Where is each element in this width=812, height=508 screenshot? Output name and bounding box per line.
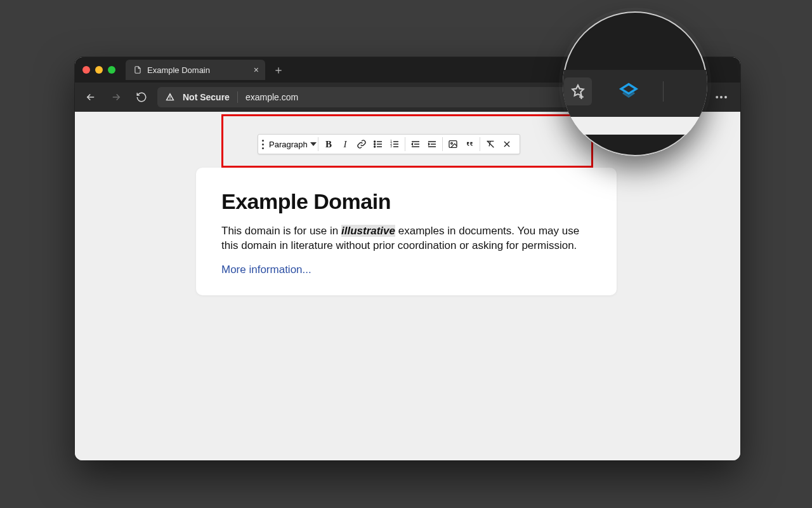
browser-tab[interactable]: Example Domain × [126, 60, 265, 80]
svg-point-8 [451, 142, 453, 144]
svg-point-2 [374, 144, 376, 145]
window-maximize-button[interactable] [108, 66, 115, 74]
outdent-button[interactable] [408, 137, 423, 152]
svg-point-1 [374, 141, 376, 142]
tab-close-button[interactable]: × [254, 65, 259, 75]
bullet-list-button[interactable] [370, 137, 386, 152]
reload-button[interactable] [132, 88, 151, 107]
favorite-star-icon[interactable] [564, 77, 592, 105]
highlighted-word: illustrative [341, 225, 395, 237]
forward-button[interactable] [107, 88, 126, 107]
bold-button[interactable]: B [321, 137, 336, 152]
tab-title: Example Domain [147, 65, 210, 75]
image-button[interactable] [445, 137, 461, 152]
paragraph-style-select[interactable]: Paragraph [266, 137, 318, 152]
page-heading: Example Domain [221, 189, 591, 214]
page-paragraph: This domain is for use in illustrative e… [221, 224, 591, 253]
new-tab-button[interactable]: ＋ [273, 62, 284, 77]
magnifier-callout [563, 11, 707, 156]
quote-button[interactable] [462, 137, 477, 152]
svg-text:3: 3 [390, 145, 392, 148]
numbered-list-button[interactable]: 123 [387, 137, 402, 152]
not-secure-icon [165, 92, 175, 102]
editor-toolbar: Paragraph B I 123 [258, 134, 520, 154]
clear-format-button[interactable] [483, 137, 498, 152]
toolbar-separator [663, 81, 664, 102]
window-controls [82, 66, 115, 74]
extension-icon[interactable] [617, 81, 640, 104]
page-viewport: Paragraph B I 123 [75, 112, 740, 460]
italic-button[interactable]: I [337, 137, 353, 152]
page-icon [133, 65, 142, 74]
more-info-link[interactable]: More information... [221, 264, 311, 276]
back-button[interactable] [81, 88, 100, 107]
security-label: Not Secure [183, 92, 230, 102]
svg-point-3 [374, 146, 376, 147]
indent-button[interactable] [424, 137, 440, 152]
link-button[interactable] [354, 137, 369, 152]
url-text: example.com [246, 92, 298, 102]
window-close-button[interactable] [82, 66, 90, 74]
content-card: Example Domain This domain is for use in… [196, 168, 617, 295]
menu-button[interactable]: ••• [710, 87, 734, 107]
viewport-strip [563, 117, 707, 135]
close-toolbar-button[interactable] [499, 137, 514, 152]
toolbar-highlight-box: Paragraph B I 123 [221, 114, 593, 168]
toolbar-drag-handle[interactable] [261, 140, 266, 149]
address-separator [237, 91, 238, 103]
window-minimize-button[interactable] [95, 66, 103, 74]
